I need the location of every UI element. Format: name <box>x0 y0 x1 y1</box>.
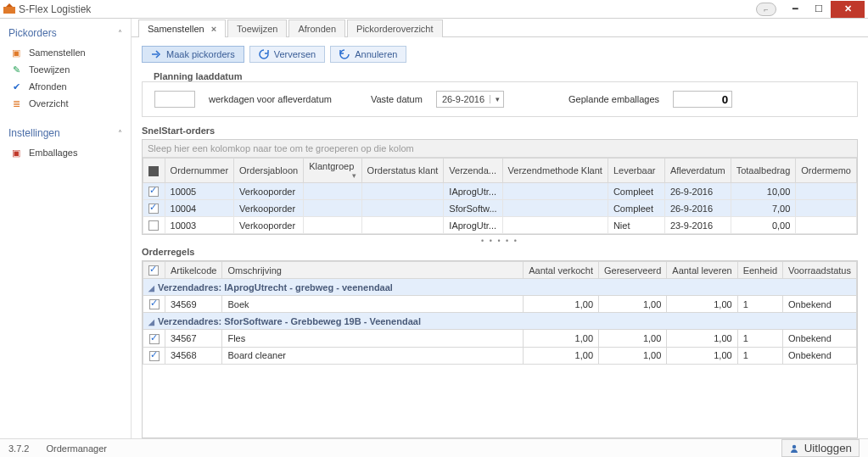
col-verzendadres[interactable]: Verzenda... <box>444 159 502 183</box>
col-klantgroep[interactable]: Klantgroep▾ <box>304 159 361 183</box>
row-checkbox[interactable] <box>149 299 160 309</box>
cancel-button[interactable]: Annuleren <box>330 46 406 63</box>
tab-afronden[interactable]: Afronden <box>288 20 345 37</box>
chevron-down-icon: ▾ <box>352 171 356 180</box>
col-voorraadstatus[interactable]: Voorraadstatus <box>783 262 857 279</box>
orders-grid: Sleep hier een kolomkop naar toe om te g… <box>142 139 858 235</box>
row-checkbox[interactable] <box>149 334 160 344</box>
cell: 1,00 <box>599 330 667 347</box>
row-checkbox[interactable] <box>148 220 159 231</box>
cell <box>502 200 608 217</box>
cell: IAprogUtr... <box>444 183 502 200</box>
col-ordermemo[interactable]: Ordermemo <box>796 159 857 183</box>
close-button[interactable]: ✕ <box>831 1 865 18</box>
col-aantal-leveren[interactable]: Aantal leveren <box>667 262 737 279</box>
chevron-up-icon: ˄ <box>118 129 122 138</box>
sidebar-section-label: Pickorders <box>8 27 57 39</box>
window-controls: ⌐ ━ ☐ ✕ <box>756 1 865 18</box>
collapse-icon: ◢ <box>148 284 154 293</box>
select-all-header[interactable] <box>143 159 165 183</box>
cell: 34569 <box>165 296 222 313</box>
cell: Verkooporder <box>234 200 304 217</box>
row-checkbox[interactable] <box>149 351 160 361</box>
col-gereserveerd[interactable]: Gereserveerd <box>599 262 667 279</box>
cell: 1,00 <box>599 296 667 313</box>
cell <box>304 217 361 234</box>
row-checkbox[interactable] <box>148 187 159 197</box>
col-artikelcode[interactable]: Artikelcode <box>165 262 222 279</box>
col-ordersjabloon[interactable]: Ordersjabloon <box>234 159 304 183</box>
sidebar-section-pickorders[interactable]: Pickorders ˄ <box>0 24 131 44</box>
sidebar-item-label: Emballages <box>29 148 77 158</box>
fixed-date-picker[interactable]: 26-9-2016 ▾ <box>436 91 504 108</box>
planned-emballages-input[interactable] <box>673 91 732 108</box>
cell: 1,00 <box>599 347 667 364</box>
table-row[interactable]: 34568Board cleaner1,001,001,001Onbekend <box>143 347 857 364</box>
pin-button[interactable]: ⌐ <box>756 3 776 16</box>
module-label: Ordermanager <box>46 443 107 454</box>
col-ordernummer[interactable]: Ordernummer <box>165 159 233 183</box>
tab-close-icon[interactable]: × <box>211 24 216 34</box>
toolbar: Maak pickorders Verversen Annuleren <box>132 37 868 68</box>
app-icon <box>3 3 15 15</box>
cell: SforSoftw... <box>444 200 502 217</box>
cell: 1,00 <box>524 330 599 347</box>
table-row[interactable]: 34567Fles1,001,001,001Onbekend <box>143 330 857 347</box>
sidebar-item-afronden[interactable]: ✔ Afronden <box>0 78 131 95</box>
group-header-row[interactable]: ◢Verzendadres: SforSoftware - Grebbeweg … <box>143 313 857 330</box>
sidebar-item-overzicht[interactable]: ≣ Overzicht <box>0 95 131 112</box>
logout-label: Uitloggen <box>804 442 852 454</box>
button-label: Annuleren <box>355 49 397 59</box>
overview-icon: ≣ <box>10 98 22 109</box>
sidebar-item-toewijzen[interactable]: ✎ Toewijzen <box>0 61 131 78</box>
table-row[interactable]: 10005VerkooporderIAprogUtr...Compleet26-… <box>143 183 857 200</box>
logout-button[interactable]: Uitloggen <box>781 439 860 457</box>
cell: IAprogUtr... <box>444 217 502 234</box>
cell <box>502 217 608 234</box>
fixed-date-label: Vaste datum <box>371 94 423 104</box>
cell: Niet <box>608 217 664 234</box>
table-row[interactable]: 10003VerkooporderIAprogUtr...Niet23-9-20… <box>143 217 857 234</box>
sidebar-item-emballages[interactable]: ▣ Emballages <box>0 144 131 161</box>
col-verzendmethode[interactable]: Verzendmethode Klant <box>502 159 608 183</box>
select-all-header[interactable] <box>143 262 165 279</box>
cell: 10003 <box>165 217 233 234</box>
group-header-row[interactable]: ◢Verzendadres: IAprogUtrecht - grebweg -… <box>143 279 857 296</box>
lines-header-row: Artikelcode Omschrijving Aantal verkocht… <box>143 262 857 279</box>
workdays-input[interactable] <box>154 91 195 108</box>
col-aantal-verkocht[interactable]: Aantal verkocht <box>524 262 599 279</box>
cell: 1,00 <box>524 296 599 313</box>
sidebar-section-instellingen[interactable]: Instellingen ˄ <box>0 124 131 144</box>
sidebar-item-samenstellen[interactable]: ▣ Samenstellen <box>0 44 131 61</box>
maximize-button[interactable]: ☐ <box>807 1 831 18</box>
col-orderstatus[interactable]: Orderstatus klant <box>361 159 444 183</box>
cell: Verkooporder <box>234 183 304 200</box>
status-bar: 3.7.2 Ordermanager Uitloggen <box>0 438 868 457</box>
make-pickorders-button[interactable]: Maak pickorders <box>142 46 244 63</box>
button-label: Verversen <box>274 49 316 59</box>
fixed-date-value: 26-9-2016 <box>437 94 490 104</box>
col-afleverdatum[interactable]: Afleverdatum <box>664 159 731 183</box>
col-leverbaar[interactable]: Leverbaar <box>608 159 664 183</box>
row-checkbox[interactable] <box>148 203 159 214</box>
tab-samenstellen[interactable]: Samenstellen × <box>138 20 226 37</box>
cell <box>502 183 608 200</box>
minimize-button[interactable]: ━ <box>783 1 807 18</box>
table-row[interactable]: 34569Boek1,001,001,001Onbekend <box>143 296 857 313</box>
cell: 1,00 <box>667 296 737 313</box>
collapse-icon: ◢ <box>148 318 154 326</box>
refresh-button[interactable]: Verversen <box>249 46 326 63</box>
cell <box>796 200 857 217</box>
col-omschrijving[interactable]: Omschrijving <box>222 262 524 279</box>
tab-label: Afronden <box>298 24 336 34</box>
tab-pickorderoverzicht[interactable]: Pickorderoverzicht <box>347 20 442 37</box>
svg-marker-1 <box>6 3 13 7</box>
table-row[interactable]: 10004VerkooporderSforSoftw...Compleet26-… <box>143 200 857 217</box>
tab-toewijzen[interactable]: Toewijzen <box>227 20 287 37</box>
sidebar-item-label: Samenstellen <box>29 47 86 58</box>
group-by-bar[interactable]: Sleep hier een kolomkop naar toe om te g… <box>143 140 857 158</box>
horizontal-splitter[interactable]: • • • • • <box>132 235 868 247</box>
col-eenheid[interactable]: Eenheid <box>737 262 782 279</box>
col-totaalbedrag[interactable]: Totaalbedrag <box>731 159 796 183</box>
package-icon: ▣ <box>10 147 22 159</box>
